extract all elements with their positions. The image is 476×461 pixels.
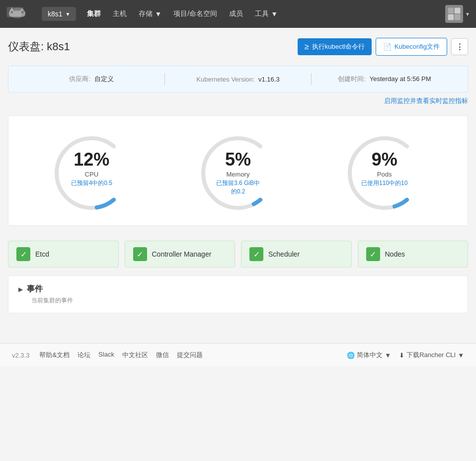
storage-chevron-icon: ▼ <box>155 10 161 18</box>
footer-links: 帮助&文档论坛Slack中文社区微信提交问题 <box>39 351 202 360</box>
footer-link-2[interactable]: Slack <box>98 351 114 360</box>
info-bar: 供应商: 自定义 Kubernetes Version: v1.16.3 创建时… <box>8 66 468 92</box>
gauge-pods: 9% Pods 已使用110中的10 <box>335 131 434 210</box>
language-label: 简体中文 <box>357 351 383 360</box>
nav-item-members[interactable]: 成员 <box>224 6 248 21</box>
status-check-icon: ✓ <box>16 247 30 261</box>
gauge-percent-cpu: 12% <box>71 151 112 169</box>
footer-version: v2.3.3 <box>12 352 29 359</box>
svg-point-5 <box>11 11 13 13</box>
kubectl-label: 执行kubectl命令行 <box>312 42 365 51</box>
footer-link-4[interactable]: 微信 <box>156 351 169 360</box>
page-content: 仪表盘: k8s1 ≥ 执行kubectl命令行 📄 Kubeconfig文件 … <box>0 28 476 323</box>
tools-chevron-icon: ▼ <box>271 10 278 18</box>
page-title: 仪表盘: k8s1 <box>8 39 298 54</box>
footer-right: 🌐 简体中文 ▼ ⬇ 下载Rancher CLI ▼ <box>347 351 464 360</box>
header-actions: ≥ 执行kubectl命令行 📄 Kubeconfig文件 ⋮ <box>298 38 468 56</box>
status-check-icon: ✓ <box>366 247 380 261</box>
status-card-nodes: ✓ Nodes <box>358 241 469 268</box>
created-info: 创建时间: Yesterday at 5:56 PM <box>312 75 458 84</box>
svg-rect-8 <box>448 8 454 14</box>
gauge-percent-pods: 9% <box>361 151 407 169</box>
language-selector[interactable]: 🌐 简体中文 ▼ <box>347 351 391 360</box>
top-navigation: k8s1 ▼ 集群 主机 存储 ▼ 项目/命名空间 成员 工具 ▼ <box>0 0 476 28</box>
status-card-name: Nodes <box>385 250 405 258</box>
rancher-logo <box>6 4 36 24</box>
nav-link-host[interactable]: 主机 <box>108 6 132 21</box>
cluster-selector[interactable]: k8s1 ▼ <box>42 7 76 21</box>
status-cards-row: ✓ Etcd ✓ Controller Manager ✓ Scheduler … <box>8 241 468 268</box>
status-check-icon: ✓ <box>133 247 147 261</box>
gauge-sublabel-pods: 已使用110中的10 <box>361 179 407 187</box>
gauge-label-pods: Pods <box>361 171 407 178</box>
events-title: 事件 <box>27 284 43 294</box>
lang-chevron-icon: ▼ <box>385 352 391 359</box>
events-header: ▶ 事件 <box>18 284 458 294</box>
cli-label: 下载Rancher CLI <box>406 351 456 360</box>
svg-rect-9 <box>455 8 461 14</box>
footer-link-1[interactable]: 论坛 <box>78 351 90 360</box>
status-card-name: Controller Manager <box>152 250 212 258</box>
k8s-version-info: Kubernetes Version: v1.16.3 <box>165 76 311 83</box>
cluster-name: k8s1 <box>48 10 63 18</box>
events-toggle-icon[interactable]: ▶ <box>18 286 23 293</box>
events-card: ▶ 事件 当前集群的事件 <box>8 276 468 313</box>
footer-link-5[interactable]: 提交问题 <box>177 351 203 360</box>
nav-item-tools[interactable]: 工具 ▼ <box>250 6 283 21</box>
status-card-name: Etcd <box>35 250 49 258</box>
download-cli[interactable]: ⬇ 下载Rancher CLI ▼ <box>399 351 464 360</box>
status-card-etcd: ✓ Etcd <box>8 241 119 268</box>
monitoring-link-container: 启用监控并查看实时监控指标 <box>8 96 468 105</box>
gauges-container: 12% CPU 已预留4中的0.5 5% Memory 已预留3.6 GiB中的… <box>8 115 468 226</box>
events-subtitle: 当前集群的事件 <box>31 296 458 305</box>
k8s-label: Kubernetes Version: <box>196 76 254 83</box>
gauge-center-pods: 9% Pods 已使用110中的10 <box>361 151 407 187</box>
monitoring-link[interactable]: 启用监控并查看实时监控指标 <box>384 97 468 104</box>
footer: v2.3.3 帮助&文档论坛Slack中文社区微信提交问题 🌐 简体中文 ▼ ⬇… <box>0 343 476 367</box>
footer-link-0[interactable]: 帮助&文档 <box>39 351 70 360</box>
cluster-chevron-icon: ▼ <box>66 11 71 17</box>
kubeconfig-label: Kubeconfig文件 <box>395 42 440 51</box>
nav-link-tools[interactable]: 工具 ▼ <box>250 6 283 21</box>
svg-rect-10 <box>448 14 454 20</box>
kubeconfig-button[interactable]: 📄 Kubeconfig文件 <box>376 38 447 56</box>
k8s-value: v1.16.3 <box>258 76 280 83</box>
created-value: Yesterday at 5:56 PM <box>370 75 431 83</box>
nav-link-storage[interactable]: 存储 ▼ <box>134 6 166 21</box>
gauge-memory: 5% Memory 已预留3.6 GiB中的0.2 <box>188 131 288 210</box>
gauge-label-cpu: CPU <box>71 171 112 178</box>
nav-menu: 集群 主机 存储 ▼ 项目/命名空间 成员 工具 ▼ <box>82 6 283 21</box>
ellipsis-icon: ⋮ <box>456 42 464 52</box>
nav-item-cluster[interactable]: 集群 <box>82 6 106 21</box>
page-header: 仪表盘: k8s1 ≥ 执行kubectl命令行 📄 Kubeconfig文件 … <box>8 38 468 56</box>
more-options-button[interactable]: ⋮ <box>451 38 468 55</box>
svg-rect-11 <box>455 14 461 20</box>
gauge-sublabel-memory: 已预留3.6 GiB中的0.2 <box>213 179 263 196</box>
avatar-chevron-icon[interactable]: ▼ <box>465 11 470 17</box>
nav-item-host[interactable]: 主机 <box>108 6 132 21</box>
cli-chevron-icon: ▼ <box>458 352 464 359</box>
terminal-icon: ≥ <box>305 42 309 51</box>
status-card-scheduler: ✓ Scheduler <box>241 241 352 268</box>
download-icon: ⬇ <box>399 352 404 359</box>
globe-icon: 🌐 <box>347 352 355 359</box>
svg-point-6 <box>21 11 24 13</box>
nav-link-projects[interactable]: 项目/命名空间 <box>168 6 222 21</box>
footer-link-3[interactable]: 中文社区 <box>122 351 148 360</box>
kubectl-button[interactable]: ≥ 执行kubectl命令行 <box>298 38 372 55</box>
provider-label: 供应商: <box>69 75 90 83</box>
gauge-sublabel-cpu: 已预留4中的0.5 <box>71 179 112 187</box>
nav-link-cluster[interactable]: 集群 <box>82 6 106 21</box>
nav-link-members[interactable]: 成员 <box>224 6 248 21</box>
provider-info: 供应商: 自定义 <box>18 75 164 84</box>
gauge-center-cpu: 12% CPU 已预留4中的0.5 <box>71 151 112 187</box>
status-card-name: Scheduler <box>268 250 300 258</box>
user-avatar[interactable] <box>445 5 463 23</box>
gauge-cpu: 12% CPU 已预留4中的0.5 <box>42 131 141 210</box>
nav-item-projects[interactable]: 项目/命名空间 <box>168 6 222 21</box>
gauge-percent-memory: 5% <box>213 151 263 169</box>
gauge-label-memory: Memory <box>213 171 263 178</box>
created-label: 创建时间: <box>338 75 366 83</box>
gauge-center-memory: 5% Memory 已预留3.6 GiB中的0.2 <box>213 151 263 196</box>
nav-item-storage[interactable]: 存储 ▼ <box>134 6 166 21</box>
